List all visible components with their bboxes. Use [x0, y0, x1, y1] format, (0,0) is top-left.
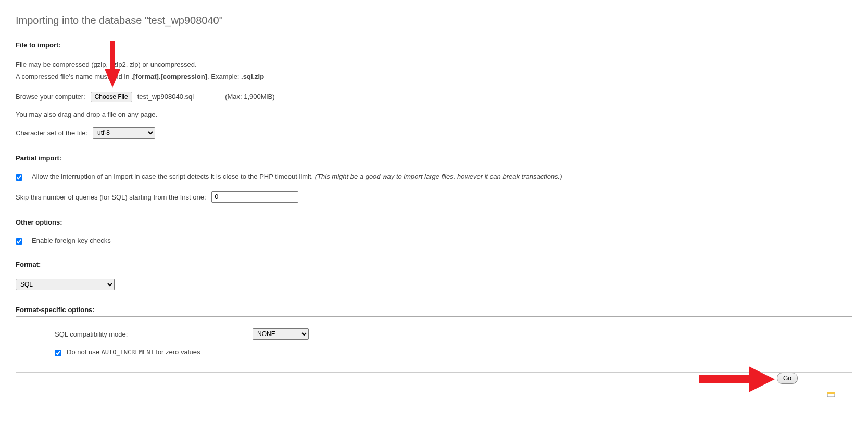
page-title-prefix: Importing into the database " [16, 15, 148, 26]
compression-hint: File may be compressed (gzip, bzip2, zip… [16, 59, 852, 70]
format-heading: Format: [16, 260, 852, 270]
hint-example: .sql.zip [241, 72, 264, 80]
ai-text-2: for zero values [154, 348, 200, 356]
sql-compat-select[interactable]: NONE [253, 328, 309, 340]
divider [16, 316, 852, 317]
foreign-key-checkbox[interactable] [16, 238, 22, 245]
divider [16, 229, 852, 229]
ai-text-1: Do not use [67, 348, 102, 356]
bottom-divider [16, 372, 852, 373]
file-to-import-heading: File to import: [16, 41, 852, 51]
format-specific-heading: Format-specific options: [16, 306, 852, 316]
divider [16, 52, 852, 52]
skip-queries-input[interactable] [211, 191, 298, 203]
browse-label: Browse your computer: [16, 93, 85, 101]
allow-interrupt-note: (This might be a good way to import larg… [315, 172, 562, 180]
other-options-heading: Other options: [16, 218, 852, 228]
divider [16, 165, 852, 165]
allow-interrupt-label: Allow the interruption of an import in c… [32, 172, 562, 180]
allow-interrupt-checkbox[interactable] [16, 174, 22, 181]
filename-hint: A compressed file's name must end in .[f… [16, 71, 852, 82]
charset-label: Character set of the file: [16, 129, 87, 137]
auto-increment-checkbox[interactable] [55, 350, 61, 356]
hint-text-2: . Example: [207, 72, 241, 80]
auto-increment-label: Do not use AUTO_INCREMENT for zero value… [67, 348, 200, 356]
format-select[interactable]: SQL [16, 279, 115, 290]
sql-compat-label: SQL compatibility mode: [55, 330, 253, 338]
hint-format: .[format].[compression] [131, 72, 207, 80]
drag-drop-hint: You may also drag and drop a file on any… [16, 109, 852, 120]
allow-interrupt-text: Allow the interruption of an import in c… [32, 172, 315, 180]
hint-text: A compressed file's name must end in [16, 72, 131, 80]
divider [16, 271, 852, 271]
chosen-filename: test_wp908040.sql [137, 93, 194, 101]
choose-file-button[interactable]: Choose File [91, 92, 132, 102]
page-title-suffix: " [219, 15, 223, 26]
foreign-key-label: Enable foreign key checks [32, 237, 111, 244]
page-title-db: test_wp908040 [148, 15, 219, 26]
charset-select[interactable]: utf-8 [93, 127, 155, 139]
ai-code: AUTO_INCREMENT [102, 349, 154, 356]
skip-queries-label: Skip this number of queries (for SQL) st… [16, 193, 206, 201]
page-title: Importing into the database "test_wp9080… [16, 15, 852, 27]
partial-import-heading: Partial import: [16, 154, 852, 164]
max-size-label: (Max: 1,900MiB) [225, 93, 274, 101]
